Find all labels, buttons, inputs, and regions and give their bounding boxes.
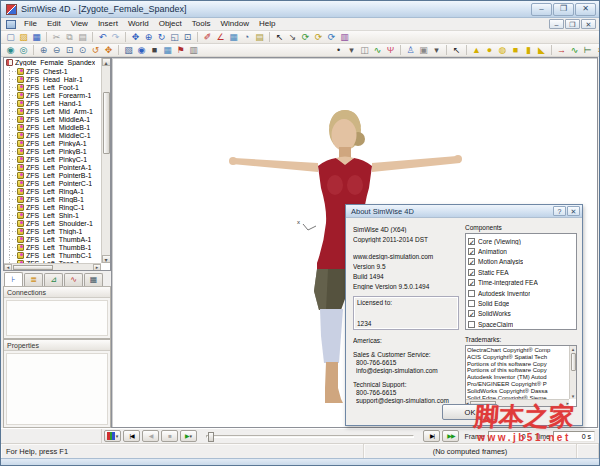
rotate-z-button[interactable]: ⟳ — [325, 32, 338, 43]
tree-item[interactable]: ZFS_Left_PointerB-1 — [4, 171, 101, 179]
step-forward-button[interactable]: ▶| — [423, 430, 440, 442]
cut-button[interactable]: ✂ — [50, 32, 63, 43]
component-row[interactable]: SolidWorks — [468, 309, 574, 319]
menu-item[interactable]: Tools — [187, 18, 216, 30]
orbit-button[interactable]: ↺ — [89, 45, 102, 56]
meter-tool-button[interactable]: ◔ — [240, 32, 253, 43]
component-row[interactable]: Time-integrated FEA — [468, 278, 574, 288]
scroll-up-icon[interactable]: ▴ — [102, 58, 111, 66]
spline-tool-button[interactable]: ∿ — [371, 45, 384, 56]
restore-button[interactable]: ❐ — [553, 3, 574, 16]
zoom-out-button[interactable]: ⊖ — [50, 45, 63, 56]
tab-fea[interactable]: ▦ — [84, 273, 103, 286]
select-body-button[interactable]: ↘ — [286, 32, 299, 43]
menu-item[interactable]: View — [66, 18, 93, 30]
move-tool-button[interactable]: ✥ — [129, 32, 142, 43]
zoom-window-button[interactable]: ◱ — [168, 32, 181, 43]
tree-item[interactable]: ZFS_Left_ThumbA-1 — [4, 235, 101, 243]
shaded-view-button[interactable]: ◉ — [4, 45, 17, 56]
spring-button[interactable]: ∿ — [568, 45, 581, 56]
grid-tool-button[interactable]: ▦ — [227, 32, 240, 43]
display-box-button[interactable]: ▧ — [122, 45, 135, 56]
tree-item[interactable]: ZFS_Left_Thigh-1 — [4, 227, 101, 235]
child-restore-button[interactable]: ❐ — [565, 19, 580, 29]
pointer-button[interactable]: ↖ — [450, 45, 463, 56]
angle-tool-button[interactable]: ∠ — [214, 32, 227, 43]
tree-item[interactable]: ZFS_Head_Hair-1 — [4, 75, 101, 83]
child-minimize-button[interactable]: – — [549, 19, 564, 29]
minimize-button[interactable]: – — [531, 3, 552, 16]
redo-button[interactable]: ↷ — [109, 32, 122, 43]
fast-forward-button[interactable]: ▶▶ — [442, 430, 459, 442]
component-row[interactable]: Core (Viewing) — [468, 236, 574, 246]
menu-item[interactable]: Insert — [93, 18, 123, 30]
tree-item[interactable]: ZFS_Left_ThumbC-1 — [4, 251, 101, 259]
component-row[interactable]: Static FEA — [468, 267, 574, 277]
close-button[interactable]: ✕ — [575, 3, 596, 16]
display-sphere-button[interactable]: ◉ — [135, 45, 148, 56]
rotate-tool-button[interactable]: ↻ — [155, 32, 168, 43]
tab-scene-tree[interactable]: ⊦ — [4, 272, 23, 286]
zoom-all-button[interactable]: ⊙ — [76, 45, 89, 56]
keyframe-button[interactable]: ▥ — [338, 32, 351, 43]
tree-item[interactable]: ZFS_Chest-1 — [4, 67, 101, 75]
support-email[interactable]: support@design-simulation.com — [356, 397, 459, 404]
point-tool-button[interactable]: • — [332, 45, 345, 56]
ok-button[interactable]: OK — [442, 404, 498, 420]
primitive-wedge-button[interactable]: ◣ — [535, 45, 548, 56]
save-button[interactable]: ▦ — [30, 32, 43, 43]
tree-vscrollbar[interactable]: ▴ ▾ — [101, 58, 110, 263]
tree-item[interactable]: ZFS_Left_PointerA-1 — [4, 163, 101, 171]
child-window-icon[interactable] — [6, 20, 16, 29]
tree-item[interactable]: ZFS_Left_MiddleB-1 — [4, 123, 101, 131]
constraint-arrow-button[interactable]: → — [555, 45, 568, 56]
child-close-button[interactable]: ✕ — [581, 19, 596, 29]
connections-body[interactable] — [6, 300, 108, 336]
time-field[interactable]: 0 s — [553, 431, 595, 442]
sales-email[interactable]: info@design-simulation.com — [356, 367, 459, 374]
scene-tree[interactable]: Zygote_Female_Spandex ZFS_Chest-1 ZFS_He… — [3, 57, 111, 271]
reset-button[interactable]: |◀ — [123, 430, 140, 442]
scroll-thumb[interactable] — [571, 353, 576, 371]
display-solid-button[interactable]: ■ — [148, 45, 161, 56]
menu-item[interactable]: Edit — [42, 18, 66, 30]
menu-item[interactable]: World — [123, 18, 154, 30]
scroll-right-icon[interactable]: ▸ — [93, 264, 101, 271]
tree-item[interactable]: ZFS_Left_Mid_Arm-1 — [4, 107, 101, 115]
primitive-cone-button[interactable]: ▲ — [470, 45, 483, 56]
website-link[interactable]: www.design-simulation.com — [353, 253, 459, 260]
menu-item[interactable]: Window — [215, 18, 253, 30]
dialog-help-button[interactable]: ? — [553, 206, 566, 216]
trademarks-list[interactable]: OlectraChart Copyright® CompACIS Copyrig… — [465, 345, 577, 407]
scroll-right-icon[interactable]: ▸ — [566, 400, 569, 406]
body-properties-button[interactable]: ▣ — [417, 45, 430, 56]
tree-item[interactable]: ZFS_Left_PointerC-1 — [4, 179, 101, 187]
tree-item[interactable]: ZFS_Left_MiddleA-1 — [4, 115, 101, 123]
body-menu-button[interactable]: ▾ — [430, 45, 443, 56]
tree-item[interactable]: ZFS_Left_PinkyB-1 — [4, 147, 101, 155]
stop-button[interactable]: ■ — [161, 430, 178, 442]
select-tool-button[interactable]: ↖ — [273, 32, 286, 43]
timeline-thumb[interactable] — [208, 432, 214, 442]
note-tool-button[interactable]: ▤ — [253, 32, 266, 43]
primitive-torus-button[interactable]: ◍ — [496, 45, 509, 56]
flag-button[interactable]: ⚑ — [174, 45, 187, 56]
tab-object-list[interactable]: ≣ — [24, 273, 43, 286]
tab-curves[interactable]: ∿ — [64, 273, 83, 286]
tree-hscrollbar[interactable]: ◂ ▸ — [4, 263, 101, 270]
undo-button[interactable]: ↶ — [96, 32, 109, 43]
tree-item[interactable]: ZFS_Left_Hand-1 — [4, 99, 101, 107]
scroll-down-icon[interactable]: ▾ — [102, 255, 111, 263]
component-row[interactable]: Motion Analysis — [468, 257, 574, 267]
tree-item[interactable]: ZFS_Left_RingB-1 — [4, 195, 101, 203]
slider-joint-button[interactable]: ⊢ — [581, 45, 594, 56]
point-menu-button[interactable]: ▾ — [345, 45, 358, 56]
scroll-thumb[interactable] — [103, 92, 110, 154]
scroll-down-icon[interactable]: ▾ — [572, 393, 575, 399]
coord-tool-button[interactable]: ◫ — [358, 45, 371, 56]
timeline-slider[interactable] — [206, 435, 414, 438]
wireframe-view-button[interactable]: ◎ — [17, 45, 30, 56]
paste-button[interactable]: ▤ — [76, 32, 89, 43]
display-grid-button[interactable]: ▦ — [161, 45, 174, 56]
run-button[interactable]: ▶ — [180, 430, 197, 442]
